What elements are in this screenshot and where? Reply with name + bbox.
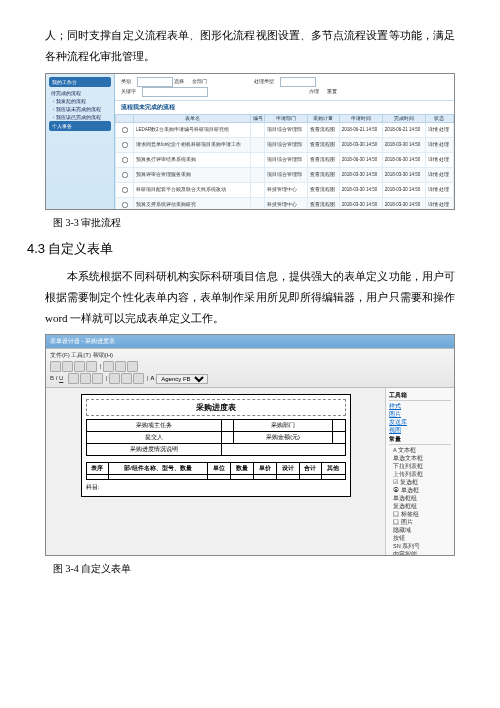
figure-caption-2: 图 3-4 自定义表单 [53,562,455,576]
screenshot-workflow: 我的工作台 待完成的流程 ・我发起的流程 ・我应该未完成的流程 ・我应该已完成的… [45,73,455,210]
toolbox-panel: 工具箱 样式图片发送库视图 常量 A 文本框 单选文本框 下拉列表框 上传列表框… [385,388,454,556]
panel-link[interactable]: 发送库 [389,419,451,427]
form-grid: 表序部/组件名称、型号、数量单位数量单价设计合计其他 [86,462,346,480]
filter-label: 处理类型 [254,78,274,84]
form-cell: 采购金额(元) [234,432,333,444]
intro-para: 人；同时支撑自定义流程表单、图形化流程视图设置、多节点流程设置等功能，满足各种流… [45,25,455,67]
toolbox-item[interactable]: 囗 图片 [389,519,451,527]
toolbar-row-2[interactable]: B I U | | A Agency FB [50,373,450,384]
panel-link[interactable]: 视图 [389,427,451,435]
toolbar-icon[interactable] [74,361,85,372]
toolbox-item[interactable]: ⦿ 单选框 [389,487,451,495]
screenshot-form-designer: 表单设计器 - 采购进度表 文件(F) 工具(T) 帮助(H) | B I U … [45,334,455,556]
form-cell: 采购部门 [234,420,333,432]
section-title: 流程我未完成的流程 [115,101,454,114]
sidebar-header-2[interactable]: 个人事务 [49,121,111,131]
sidebar-item[interactable]: ・我发起的流程 [49,97,111,105]
sidebar-item[interactable]: ・我应该已完成的流程 [49,113,111,121]
menu-bar[interactable]: 文件(F) 工具(T) 帮助(H) | B I U | | A Agency F… [46,349,454,388]
form-cell: 采购项主任务 [86,420,221,432]
sidebar-item[interactable]: ・我应该未完成的流程 [49,105,111,113]
sidebar: 我的工作台 待完成的流程 ・我发起的流程 ・我应该未完成的流程 ・我应该已完成的… [46,74,115,209]
toolbar-icon[interactable] [115,361,126,372]
panel-header: 常量 [389,435,451,445]
filter-bar: 类别 选择 全部门 处理类型 关键字 办理 重置 [115,74,454,101]
toolbox-item[interactable]: 囗 标签组 [389,511,451,519]
form-footer: 科目: [86,483,346,492]
toolbar-row-1[interactable]: | [50,361,450,372]
toolbar-icon[interactable] [109,373,120,384]
filter-input[interactable] [280,77,316,87]
filter-value[interactable]: 全部门 [192,78,207,84]
toolbox-item[interactable]: 下拉列表框 [389,463,451,471]
toolbar-icon[interactable] [62,361,73,372]
form-preview: 采购进度表 采购项主任务采购部门 提交人采购金额(元) 采购进度情况说明 表序部… [81,394,351,497]
sidebar-item[interactable]: 待完成的流程 [49,89,111,97]
workflow-table: 表单名编号申请部门采购计量申请时间完成时间状态 LEDAR数2台采购申请编号科研… [115,114,454,210]
toolbox-item[interactable]: 复选框组 [389,503,451,511]
figure-caption-1: 图 3-3 审批流程 [53,216,455,230]
section-heading: 4.3 自定义表单 [27,240,455,258]
toolbar-icon[interactable] [80,373,91,384]
toolbar-icon[interactable] [127,361,138,372]
toolbox-item[interactable]: 按钮 [389,535,451,543]
panel-header: 工具箱 [389,391,451,401]
toolbar-icon[interactable] [50,361,61,372]
filter-label: 选择 [174,78,184,84]
form-cell: 提交人 [86,432,221,444]
font-select[interactable]: Agency FB [156,374,208,384]
form-title: 采购进度表 [86,399,346,416]
filter-label: 关键字 [121,88,136,94]
toolbar-icon[interactable] [92,373,103,384]
sidebar-header-1[interactable]: 我的工作台 [49,77,111,87]
toolbox-item[interactable]: 内容智能 [389,551,451,556]
filter-label: 类别 [121,78,131,84]
toolbox-item[interactable]: 单选文本框 [389,455,451,463]
filter-input[interactable] [137,77,173,87]
form-cell: 采购进度情况说明 [86,444,221,456]
toolbox-item[interactable]: 上传列表框 [389,471,451,479]
toolbar-icon[interactable] [133,373,144,384]
toolbar-icon[interactable] [103,361,114,372]
panel-link[interactable]: 样式 [389,403,451,411]
search-button[interactable]: 办理 [309,88,319,94]
toolbox-item[interactable]: ☑ 复选框 [389,479,451,487]
design-canvas[interactable]: 采购进度表 采购项主任务采购部门 提交人采购金额(元) 采购进度情况说明 表序部… [46,388,385,556]
toolbar-icon[interactable] [121,373,132,384]
toolbox-item[interactable]: 单选框组 [389,495,451,503]
body-para: 本系统根据不同科研机构实际科研项目信息，提供强大的表单定义功能，用户可根据需要制… [45,266,455,329]
form-table: 采购项主任务采购部门 提交人采购金额(元) 采购进度情况说明 [86,419,346,456]
menu-items[interactable]: 文件(F) 工具(T) 帮助(H) [50,351,450,360]
toolbar-icon[interactable] [86,361,97,372]
toolbar-icon[interactable] [68,373,79,384]
toolbox-item[interactable]: 隐藏域 [389,527,451,535]
keyword-input[interactable] [142,87,208,97]
window-title: 表单设计器 - 采购进度表 [46,335,454,349]
reset-button[interactable]: 重置 [327,88,337,94]
